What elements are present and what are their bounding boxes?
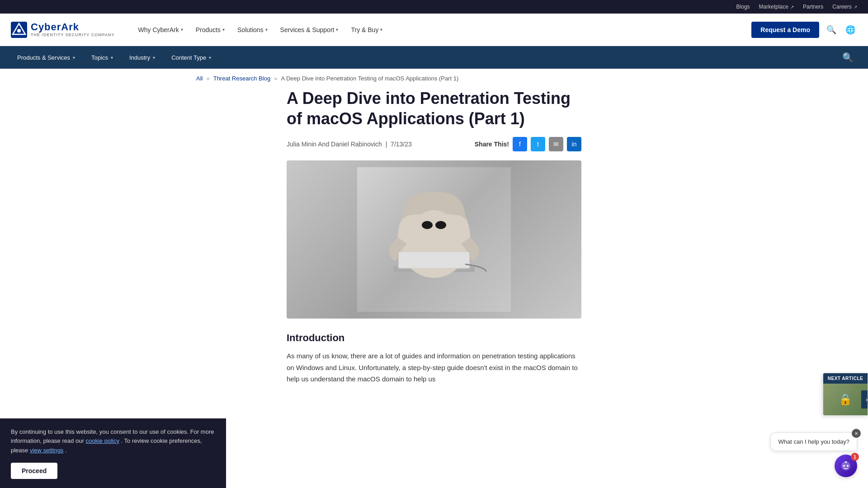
article-title: A Deep Dive into Penetration Testing of … [287, 88, 581, 129]
nav-why-cyberark[interactable]: Why CyberArk ▾ [133, 23, 189, 37]
language-button[interactable]: 🌐 [844, 23, 857, 37]
nav-services-support[interactable]: Services & Support ▾ [275, 23, 344, 37]
search-button[interactable]: 🔍 [825, 23, 838, 37]
chevron-down-icon: ▾ [181, 27, 183, 32]
top-bar-marketplace-link[interactable]: Marketplace ↗ [759, 4, 794, 10]
article-body-text: As many of us know, there are a lot of g… [287, 350, 581, 385]
email-icon: ✉ [553, 141, 559, 148]
filter-topics[interactable]: Topics ▾ [85, 51, 119, 65]
breadcrumb-blog-link[interactable]: Threat Research Blog [213, 75, 270, 82]
external-link-icon: ↗ [790, 5, 794, 9]
filter-search-area: 🔍 [839, 50, 857, 65]
svg-point-8 [422, 221, 433, 229]
next-article-label: NEXT ARTICLE [823, 373, 868, 384]
chevron-down-icon: ▾ [265, 27, 268, 32]
linkedin-icon: in [572, 141, 577, 148]
search-icon: 🔍 [842, 52, 854, 62]
hoodie-robot-illustration [357, 167, 511, 312]
filter-products-services[interactable]: Products & Services ▾ [11, 51, 81, 65]
logo-cyberark: CyberArk [31, 22, 115, 33]
breadcrumb-separator: » [206, 75, 209, 82]
svg-rect-10 [399, 252, 469, 268]
request-demo-button[interactable]: Request a Demo [751, 22, 819, 38]
top-bar-careers-link[interactable]: Careers ↗ [832, 4, 857, 10]
svg-point-7 [416, 210, 452, 242]
nav-right-area: Request a Demo 🔍 🌐 [751, 22, 857, 38]
share-label: Share This! [475, 141, 509, 148]
svg-point-2 [17, 29, 21, 33]
article-intro-heading: Introduction [287, 332, 581, 344]
filter-search-button[interactable]: 🔍 [839, 50, 857, 65]
chevron-down-icon: ▾ [380, 27, 382, 32]
article-author-date: Julia Minin And Daniel Rabinovich | 7/13… [287, 141, 412, 148]
chevron-down-icon: ▾ [73, 55, 75, 60]
chevron-down-icon: ▾ [336, 27, 338, 32]
next-article-widget: NEXT ARTICLE 🔒 › [823, 373, 868, 403]
logo-tagline: The Identity Security Company [31, 33, 115, 38]
external-link-icon-careers: ↗ [854, 5, 857, 9]
share-area: Share This! f t ✉ in [475, 137, 581, 151]
breadcrumb-current-page: A Deep Dive into Penetration Testing of … [281, 75, 458, 82]
breadcrumb-separator-2: » [274, 75, 277, 82]
article-main: A Deep Dive into Penetration Testing of … [0, 88, 868, 403]
nav-try-buy[interactable]: Try & Buy ▾ [345, 23, 388, 37]
next-article-arrow-button[interactable]: › [861, 390, 868, 403]
share-email-button[interactable]: ✉ [549, 137, 563, 151]
globe-icon: 🌐 [845, 25, 855, 34]
share-twitter-button[interactable]: t [531, 137, 545, 151]
filter-bar: Products & Services ▾ Topics ▾ Industry … [0, 46, 868, 69]
share-linkedin-button[interactable]: in [567, 137, 581, 151]
filter-content-type[interactable]: Content Type ▾ [165, 51, 217, 65]
nav-solutions[interactable]: Solutions ▾ [232, 23, 273, 37]
search-icon: 🔍 [826, 25, 836, 34]
chevron-down-icon: ▾ [111, 55, 113, 60]
facebook-icon: f [519, 141, 521, 148]
article-hero-image [287, 160, 581, 319]
logo-area[interactable]: CyberArk The Identity Security Company [11, 22, 115, 38]
chevron-down-icon: ▾ [209, 55, 211, 60]
svg-point-9 [435, 221, 446, 229]
main-navigation: CyberArk The Identity Security Company W… [0, 14, 868, 46]
top-utility-bar: Blogs Marketplace ↗ Partners Careers ↗ [0, 0, 868, 14]
chevron-down-icon: ▾ [222, 27, 225, 32]
nav-products[interactable]: Products ▾ [190, 23, 230, 37]
nav-links: Why CyberArk ▾ Products ▾ Solutions ▾ Se… [133, 23, 752, 37]
top-bar-partners-link[interactable]: Partners [803, 4, 823, 10]
article-meta: Julia Minin And Daniel Rabinovich | 7/13… [287, 137, 581, 151]
cyberark-logo-icon [11, 22, 27, 38]
breadcrumb: All » Threat Research Blog » A Deep Dive… [185, 69, 683, 88]
top-bar-blogs-link[interactable]: Blogs [736, 4, 750, 10]
chevron-down-icon: ▾ [153, 55, 155, 60]
breadcrumb-all-link[interactable]: All [196, 75, 203, 82]
share-facebook-button[interactable]: f [513, 137, 527, 151]
logo-text: CyberArk The Identity Security Company [31, 22, 115, 37]
twitter-icon: t [537, 141, 539, 148]
filter-industry[interactable]: Industry ▾ [123, 51, 161, 65]
